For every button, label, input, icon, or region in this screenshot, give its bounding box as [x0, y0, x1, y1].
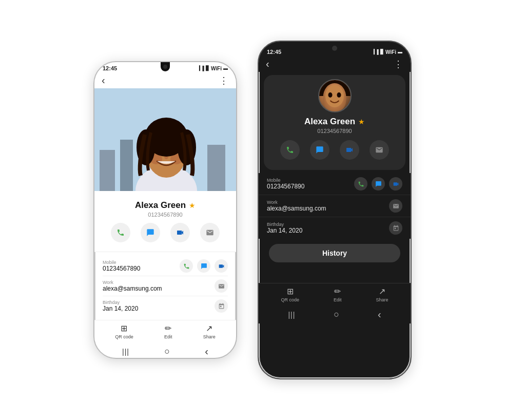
edit-button[interactable]: ✏ Edit [164, 323, 172, 339]
mobile-value: 01234567890 [103, 265, 180, 272]
spacer [259, 268, 411, 283]
dark-power-button[interactable] [411, 103, 412, 126]
share-icon: ↗ [206, 323, 212, 333]
action-buttons-row [103, 223, 228, 242]
work-email-icon[interactable] [215, 279, 228, 293]
qr-code-button[interactable]: ⊞ QR code [115, 323, 133, 339]
contact-name-row: Alexa Green ★ [103, 200, 228, 211]
dark-work-row: Work alexa@samsung.com [259, 195, 411, 217]
dark-top-nav: ‹ ⋮ [259, 56, 411, 72]
favorite-star-icon[interactable]: ★ [189, 201, 196, 209]
work-action-icons [215, 279, 228, 293]
dark-video-call-button[interactable] [340, 140, 359, 160]
contact-photo [94, 88, 236, 191]
mobile-video-icon[interactable] [215, 259, 228, 273]
dark-volume-down-button[interactable] [258, 116, 259, 134]
message-button[interactable] [141, 223, 160, 242]
birthday-label: Birthday [103, 300, 215, 305]
qr-code-icon: ⊞ [121, 323, 127, 333]
dark-qr-code-label: QR code [281, 297, 299, 302]
dark-work-icons [389, 199, 402, 213]
dark-back-nav-button[interactable]: ‹ [378, 309, 381, 320]
dark-more-button[interactable]: ⋮ [394, 59, 403, 70]
front-camera [163, 65, 167, 69]
birthday-calendar-icon[interactable] [215, 299, 228, 313]
dark-work-label: Work [267, 200, 326, 205]
dark-work-email-icon[interactable] [389, 199, 402, 213]
wifi-icon: WiFi [211, 66, 222, 71]
signal-icon: ▎▌▊ [199, 66, 209, 71]
bottom-toolbar: ⊞ QR code ✏ Edit ↗ Share [94, 320, 236, 342]
dark-edit-button[interactable]: ✏ Edit [334, 287, 342, 302]
dark-status-time: 12:45 [267, 49, 281, 55]
edit-label: Edit [164, 334, 172, 339]
birthday-row: Birthday Jan 14, 2020 [103, 296, 228, 316]
status-icons: ▎▌▊ WiFi ▬ [199, 66, 228, 71]
dark-home-button[interactable]: ○ [334, 309, 339, 320]
svg-rect-3 [207, 145, 225, 191]
contact-card: Alexa Green ★ 01234567890 [94, 191, 236, 252]
video-call-button[interactable] [170, 223, 190, 242]
dark-contact-name-row: Alexa Green ★ [264, 117, 405, 127]
contact-number: 01234567890 [103, 212, 228, 218]
dark-mobile-icons [354, 177, 402, 190]
mobile-label: Mobile [103, 260, 180, 265]
email-button[interactable] [200, 223, 220, 242]
history-button[interactable]: History [269, 244, 400, 262]
back-button[interactable]: ‹ [102, 74, 105, 86]
dark-back-button[interactable]: ‹ [266, 58, 269, 70]
battery-icon: ▬ [223, 66, 228, 71]
dark-email-button[interactable] [370, 140, 389, 160]
bottom-nav: ||| ○ ‹ [94, 342, 236, 359]
dark-birthday-icons [389, 221, 402, 235]
dark-call-button[interactable] [280, 140, 300, 160]
dark-mobile-label: Mobile [267, 178, 304, 183]
work-value: alexa@samsung.com [103, 285, 215, 292]
svg-rect-1 [100, 150, 115, 191]
dark-mobile-call-icon[interactable] [354, 177, 367, 190]
work-label: Work [103, 280, 215, 285]
mobile-row: Mobile 01234567890 [103, 256, 228, 276]
dark-share-button[interactable]: ↗ Share [376, 287, 388, 302]
dark-mobile-value: 01234567890 [267, 183, 304, 190]
power-button[interactable] [236, 124, 237, 147]
dark-birthday-row: Birthday Jan 14, 2020 [259, 217, 411, 239]
dark-message-button[interactable] [310, 140, 329, 160]
dark-volume-up-button[interactable] [258, 93, 259, 111]
home-button[interactable]: ○ [164, 346, 170, 357]
notch [161, 62, 170, 71]
dark-mobile-video-icon[interactable] [389, 177, 402, 190]
more-button[interactable]: ⋮ [219, 75, 229, 86]
dark-qr-code-button[interactable]: ⊞ QR code [281, 287, 299, 302]
call-button[interactable] [111, 223, 130, 242]
dark-birthday-info: Birthday Jan 14, 2020 [267, 222, 302, 234]
person-svg [94, 88, 236, 191]
dark-mobile-info: Mobile 01234567890 [267, 178, 304, 190]
dark-birthday-calendar-icon[interactable] [389, 221, 402, 235]
dark-birthday-label: Birthday [267, 222, 302, 227]
edit-icon: ✏ [165, 323, 171, 333]
dark-bottom-toolbar: ⊞ QR code ✏ Edit ↗ Share [259, 283, 411, 306]
dark-info-section: Mobile 01234567890 Work alexa@samsung.co… [259, 173, 411, 239]
share-button[interactable]: ↗ Share [203, 323, 216, 339]
dark-favorite-star-icon[interactable]: ★ [358, 118, 365, 126]
dark-birthday-value: Jan 14, 2020 [267, 227, 302, 234]
mobile-message-icon[interactable] [197, 259, 210, 273]
back-nav-button[interactable]: ‹ [205, 346, 208, 357]
birthday-info: Birthday Jan 14, 2020 [103, 300, 215, 312]
dark-edit-label: Edit [334, 297, 342, 302]
dark-signal-icon: ▎▌▊ [374, 49, 384, 54]
mobile-call-icon[interactable] [180, 259, 193, 273]
dark-recent-apps-button[interactable]: ||| [288, 311, 295, 319]
qr-code-label: QR code [115, 334, 133, 339]
recent-apps-button[interactable]: ||| [122, 348, 129, 356]
info-section: Mobile 01234567890 Work alexa@samsung.co… [94, 252, 236, 320]
svg-point-19 [337, 92, 341, 98]
dark-wifi-icon: WiFi [385, 49, 396, 55]
svg-point-18 [328, 92, 333, 98]
dark-contact-card: Alexa Green ★ 01234567890 [264, 75, 405, 170]
dark-share-label: Share [376, 297, 388, 302]
share-label: Share [203, 334, 216, 339]
dark-avatar-area [264, 75, 405, 112]
dark-mobile-message-icon[interactable] [372, 177, 385, 190]
